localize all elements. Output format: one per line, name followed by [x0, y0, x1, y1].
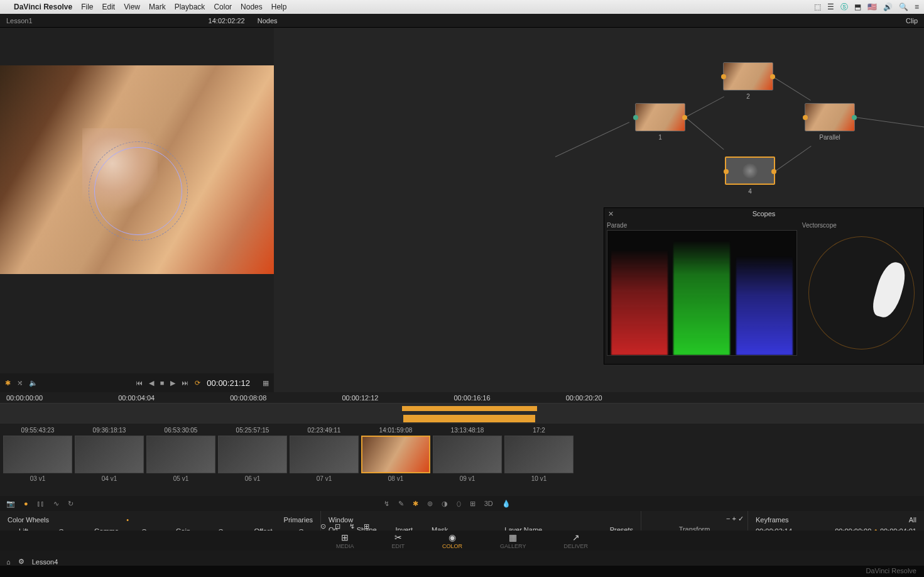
panel-title: Color Wheels [8, 516, 49, 524]
shuffle-icon[interactable]: ⤨ [17, 379, 23, 387]
menu-color[interactable]: Color [214, 3, 232, 11]
clip-thumbnail[interactable]: 02:23:49:1107 v1 [290, 427, 359, 482]
qualifier-icon[interactable]: ↯ [384, 500, 389, 508]
last-frame-button[interactable]: ⏭ [182, 379, 188, 387]
macos-menubar: DaVinci Resolve File Edit View Mark Play… [0, 0, 924, 14]
tool-icon[interactable]: ↯ [349, 522, 355, 530]
page-tab-deliver[interactable]: ↗DELIVER [563, 532, 588, 549]
minus-icon[interactable]: − [726, 515, 730, 522]
window-tools: ⊙ ⊡ ↯ ⊞ [320, 522, 369, 530]
3d-icon[interactable]: 3D [484, 500, 493, 507]
menu-file[interactable]: File [81, 3, 93, 11]
center-label: Nodes [258, 17, 278, 25]
check-icon[interactable]: ✓ [738, 515, 744, 522]
transport-timecode: 00:00:21:12 [207, 378, 250, 388]
subheader: Lesson1 14:02:02:22 Nodes Clip [0, 14, 924, 28]
blur-icon[interactable]: ◑ [442, 500, 448, 508]
skype-icon[interactable]: ⓢ [840, 2, 848, 13]
flag-icon[interactable]: 🇺🇸 [867, 3, 877, 11]
node-2[interactable]: 2 [723, 62, 773, 91]
loop-button[interactable]: ⟳ [195, 379, 200, 387]
bottom-bar [0, 551, 924, 566]
close-icon[interactable]: ✕ [608, 210, 614, 218]
wheel-mode-icon[interactable]: ● [24, 500, 28, 507]
master-timecode: 14:02:02:22 [209, 17, 245, 25]
viewer[interactable] [0, 65, 274, 274]
volume-icon[interactable]: 🔊 [883, 3, 893, 11]
panel-mode[interactable]: Primaries [284, 516, 313, 524]
tool-icon[interactable]: ⊞ [364, 522, 369, 530]
status-lesson: Lesson4 [32, 558, 58, 566]
scopes-title: Scopes [753, 210, 776, 217]
tool-icon[interactable]: ⊡ [335, 522, 340, 530]
clip-thumbnail[interactable]: 06:53:30:0505 v1 [146, 427, 215, 482]
camera-icon[interactable]: 📷 [6, 500, 15, 508]
tray-icon[interactable]: ⬚ [814, 3, 821, 11]
stop-button[interactable]: ■ [160, 379, 165, 387]
picker-icon[interactable]: ✎ [398, 500, 404, 508]
timeline-track[interactable] [0, 404, 924, 414]
right-label[interactable]: Clip [906, 17, 918, 25]
window-icon[interactable]: ✱ [413, 500, 418, 508]
color-toolbar: 📷 ● ⫿⫿ ∿ ↻ ↯ ✎ ✱ ⊚ ◑ ⬯ ⊞ 3D 💧 [0, 496, 924, 511]
scopes-window[interactable]: ✕Scopes Parade Vectorscope [604, 207, 924, 365]
display-icon[interactable]: ▦ [263, 379, 269, 387]
menu-edit[interactable]: Edit [102, 3, 116, 11]
node-1[interactable]: 1 [635, 103, 685, 131]
parade-scope: Parade [604, 219, 800, 361]
menu-icon[interactable]: ≡ [915, 3, 919, 11]
power-window-mask[interactable] [94, 147, 182, 235]
plus-icon[interactable]: + [732, 515, 736, 522]
tracking-icon[interactable]: ⊚ [427, 500, 433, 508]
node-parallel[interactable]: Parallel [805, 103, 855, 131]
prev-frame-button[interactable]: ◀ [149, 379, 154, 387]
kf-mode[interactable]: All [909, 516, 916, 524]
dropbox-icon[interactable]: ⬒ [854, 3, 861, 11]
curves-icon[interactable]: ∿ [53, 500, 59, 508]
clip-thumbnail[interactable]: 13:13:48:1809 v1 [433, 427, 502, 482]
sizing-icon[interactable]: ⊞ [470, 500, 476, 508]
drop-icon[interactable]: 💧 [502, 500, 511, 508]
timeline[interactable]: 00:00:00:00 00:00:04:04 00:00:08:08 00:0… [0, 392, 924, 496]
clip-thumbnail[interactable]: 09:55:43:2303 v1 [3, 427, 72, 482]
app-name[interactable]: DaVinci Resolve [14, 3, 72, 11]
first-frame-button[interactable]: ⏮ [136, 379, 143, 387]
page-tab-media[interactable]: ⊞MEDIA [336, 532, 354, 549]
menu-playback[interactable]: Playback [175, 3, 205, 11]
search-icon[interactable]: 🔍 [899, 3, 908, 11]
vectorscope: Vectorscope [800, 219, 923, 361]
home-icon[interactable]: ⌂ [6, 558, 11, 566]
menu-mark[interactable]: Mark [149, 3, 166, 11]
bars-icon[interactable]: ⫿⫿ [37, 500, 45, 507]
brand-footer: DaVinci Resolve [0, 566, 924, 577]
key-icon[interactable]: ⬯ [457, 500, 461, 508]
page-tab-color[interactable]: ◉COLOR [442, 532, 462, 549]
mute-icon[interactable]: 🔈 [29, 379, 38, 387]
clip-thumbnails[interactable]: 09:55:43:2303 v109:36:18:1304 v106:53:30… [0, 424, 924, 485]
clip-thumbnail[interactable]: 09:36:18:1304 v1 [75, 427, 144, 482]
page-tab-edit[interactable]: ✂EDIT [392, 532, 405, 549]
transport-bar: ✱ ⤨ 🔈 ⏮ ◀ ■ ▶ ⏭ ⟳ 00:00:21:12 ▦ [0, 373, 274, 392]
panel-title: Keyframes [756, 516, 789, 524]
menu-nodes[interactable]: Nodes [241, 3, 263, 11]
gear-icon[interactable]: ⚙ [18, 558, 24, 566]
node-4[interactable]: 4 [725, 157, 775, 185]
refresh-icon[interactable]: ↻ [68, 500, 73, 508]
timeline-track[interactable] [0, 414, 924, 424]
tray-icon[interactable]: ☰ [827, 3, 834, 11]
tool-icon[interactable]: ⊙ [320, 522, 326, 530]
menu-view[interactable]: View [124, 3, 140, 11]
page-tabs: ⊞MEDIA✂EDIT◉COLOR▦GALLERY↗DELIVER [0, 530, 924, 551]
menu-help[interactable]: Help [271, 3, 287, 11]
play-button[interactable]: ▶ [170, 379, 175, 387]
page-tab-gallery[interactable]: ▦GALLERY [500, 532, 526, 549]
clip-thumbnail[interactable]: 17:210 v1 [504, 427, 573, 482]
clip-thumbnail[interactable]: 05:25:57:1506 v1 [218, 427, 287, 482]
clip-thumbnail[interactable]: 14:01:59:0808 v1 [361, 427, 430, 482]
project-name: Lesson1 [6, 17, 33, 25]
timeline-ruler[interactable]: 00:00:00:00 00:00:04:04 00:00:08:08 00:0… [0, 392, 924, 404]
settings-icon[interactable]: ✱ [5, 379, 11, 387]
